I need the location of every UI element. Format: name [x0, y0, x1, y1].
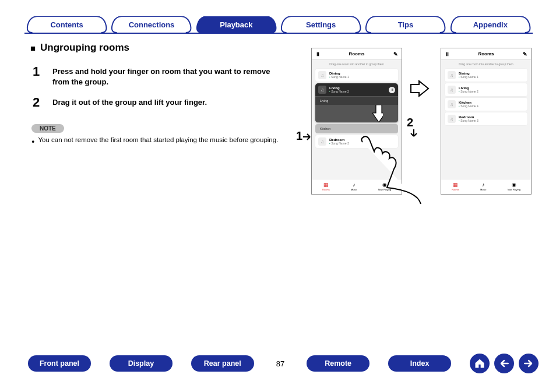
- music-note-icon: ♫: [318, 137, 326, 146]
- footer-rooms: ▦Rooms: [322, 182, 330, 191]
- footer-music: ♪Music: [480, 182, 486, 191]
- tab-label: Appendix: [473, 20, 508, 29]
- song-name: Song Name 2: [459, 90, 478, 94]
- phone-footer: ▦Rooms ♪Music ◉Now Playing: [312, 179, 402, 194]
- music-note-icon: ♫: [318, 71, 326, 79]
- footer-nowplaying: ◉Now Playing: [378, 182, 391, 191]
- arrow-left-icon: [498, 358, 510, 369]
- bottom-nav: Front panel Display Rear panel 87 Remote…: [28, 354, 539, 373]
- top-tab-nav: Contents Connections Playback Settings T…: [24, 16, 533, 34]
- song-name: Song Name 4: [459, 105, 478, 108]
- phone-title: Rooms: [349, 51, 364, 56]
- music-note-icon: ♫: [448, 100, 456, 108]
- tab-contents[interactable]: Contents: [24, 16, 109, 33]
- phone-title: Rooms: [478, 51, 494, 56]
- step-number: 2: [33, 95, 42, 110]
- note-label: NOTE: [31, 124, 64, 133]
- group-block: ♫ Living Song Name 2 ⏸ Living: [315, 83, 398, 122]
- home-icon: [474, 358, 485, 369]
- song-name: Song Name 3: [459, 119, 478, 123]
- edit-icon: ✎: [393, 51, 398, 57]
- song-name: Song Name 2: [329, 90, 349, 93]
- arrow-transition-icon: [410, 80, 431, 97]
- big-down-arrow-icon: [372, 105, 383, 122]
- nav-icon-group: [470, 354, 539, 373]
- tab-tips[interactable]: Tips: [363, 16, 448, 33]
- pause-icon: ⏸: [445, 51, 450, 57]
- tab-label: Playback: [220, 20, 252, 29]
- front-panel-button[interactable]: Front panel: [28, 355, 91, 372]
- song-name: Song Name 1: [459, 76, 478, 79]
- tab-label: Connections: [129, 20, 175, 29]
- step-text: Press and hold your finger on room that …: [52, 64, 274, 87]
- phone-header: ⏸ Rooms ✎: [441, 48, 531, 60]
- illustration-panel: 1 2 ⏸ Rooms ✎ Drag one room into another…: [296, 48, 547, 211]
- music-note-icon: ♫: [448, 115, 456, 123]
- step-text: Drag it out of the group and lift your f…: [52, 95, 207, 108]
- home-button[interactable]: [470, 354, 490, 373]
- rear-panel-button[interactable]: Rear panel: [191, 355, 254, 372]
- tab-settings[interactable]: Settings: [279, 16, 363, 33]
- footer-rooms: ▦Rooms: [452, 182, 459, 191]
- display-button[interactable]: Display: [110, 355, 173, 372]
- tab-label: Contents: [50, 20, 83, 29]
- tab-label: Tips: [398, 20, 414, 29]
- music-note-icon: ♫: [448, 71, 456, 79]
- group-subroom: Living: [315, 96, 398, 105]
- next-page-button[interactable]: [519, 354, 539, 373]
- song-name: Song Name 1: [329, 76, 349, 79]
- music-note-icon: ♫: [318, 86, 326, 94]
- room-card: ♫ KitchenSong Name 4: [445, 98, 527, 111]
- room-card: ♫ Dining Song Name 1: [315, 69, 398, 82]
- phone-hint: Drag one room into another to group them: [441, 60, 531, 67]
- pause-button-icon: ⏸: [389, 87, 395, 93]
- phone-footer: ▦Rooms ♪Music ◉Now Playing: [441, 179, 531, 194]
- room-card: ♫ Bedroom Song Name 3: [315, 135, 398, 148]
- phone-before: ⏸ Rooms ✎ Drag one room into another to …: [311, 48, 402, 195]
- room-card: ♫ LivingSong Name 2: [445, 83, 527, 96]
- tab-appendix[interactable]: Appendix: [448, 16, 533, 33]
- song-name: Song Name 3: [329, 142, 349, 146]
- music-note-icon: ♫: [448, 86, 456, 94]
- marker-2: 2: [407, 116, 413, 129]
- square-bullet-icon: ■: [30, 43, 36, 53]
- edit-icon: ✎: [523, 51, 527, 57]
- room-card: ♫ DiningSong Name 1: [445, 69, 527, 82]
- drag-row: Kitchen: [315, 124, 398, 133]
- footer-music: ♪Music: [351, 182, 357, 191]
- footer-nowplaying: ◉Now Playing: [508, 182, 520, 191]
- marker-1: 1: [296, 129, 302, 143]
- phone-after: ⏸ Rooms ✎ Drag one room into another to …: [441, 48, 532, 195]
- note-body: You can not remove the first room that s…: [38, 136, 278, 147]
- prev-page-button[interactable]: [494, 354, 514, 373]
- tab-connections[interactable]: Connections: [109, 16, 193, 33]
- arrow-right-icon: [523, 358, 534, 369]
- section-title-text: Ungrouping rooms: [40, 42, 129, 54]
- phone-hint: Drag one room into another to group them: [312, 60, 402, 67]
- tab-label: Settings: [306, 20, 336, 29]
- arrow-down-icon: [410, 129, 417, 140]
- phone-header: ⏸ Rooms ✎: [312, 48, 402, 60]
- group-drop-zone: [315, 105, 398, 122]
- step-number: 1: [33, 64, 42, 79]
- page-number: 87: [276, 359, 284, 368]
- remote-button[interactable]: Remote: [307, 355, 370, 372]
- room-card: ♫ BedroomSong Name 3: [445, 112, 527, 125]
- pause-icon: ⏸: [315, 51, 321, 57]
- index-button[interactable]: Index: [388, 355, 451, 372]
- tab-playback[interactable]: Playback: [194, 16, 279, 33]
- bullet-icon: ●: [31, 136, 34, 147]
